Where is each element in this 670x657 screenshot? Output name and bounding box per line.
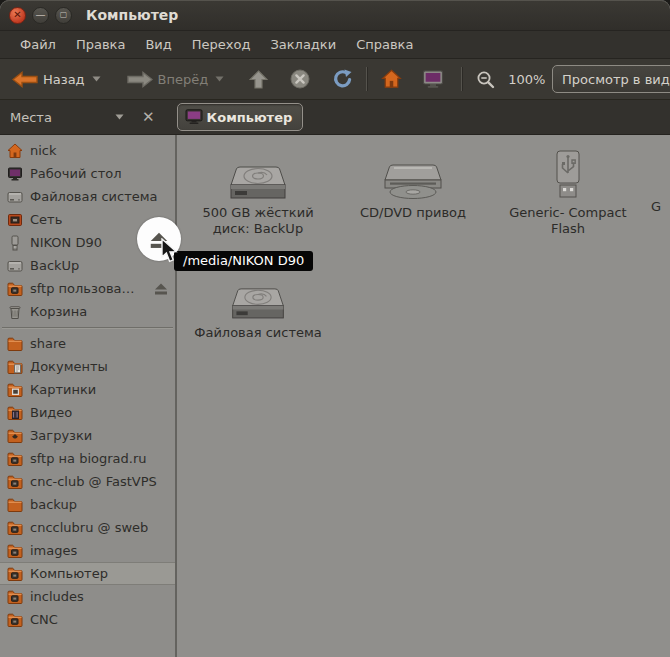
desktop-icon — [7, 166, 23, 182]
up-arrow-icon — [249, 70, 268, 89]
device-label: 500 GB жёсткий диск: BackUp — [193, 205, 323, 237]
home-icon — [7, 143, 23, 159]
mount-path-tooltip: /media/NIKON D90 — [174, 251, 313, 271]
maximize-button[interactable]: ▢ — [55, 7, 72, 24]
back-button[interactable]: Назад — [6, 67, 107, 92]
close-sidebar-button[interactable]: ✕ — [142, 108, 155, 126]
sidebar-item-backup-folder[interactable]: backup — [0, 493, 175, 516]
device-item-cdrom[interactable]: CD/DVD привод — [337, 143, 489, 221]
menu-help[interactable]: Справка — [346, 33, 423, 56]
menubar: Файл Правка Вид Переход Закладки Справка — [0, 31, 670, 59]
sidebar-item-cnc[interactable]: CNC — [0, 608, 175, 631]
forward-history-caret-icon — [215, 76, 224, 82]
places-caret-icon[interactable] — [115, 114, 124, 120]
sidebar-item-computer[interactable]: Компьютер — [0, 562, 175, 585]
sidebar-item-nick[interactable]: nick — [0, 139, 175, 162]
view-mode-label: Просмотр в виде — [562, 72, 670, 87]
eject-button[interactable] — [152, 280, 170, 296]
forward-arrow-icon — [127, 71, 153, 88]
device-item-clipped[interactable]: G — [651, 199, 661, 214]
sidebar-item-video[interactable]: Видео — [0, 401, 175, 424]
network-icon — [7, 212, 23, 228]
remote-folder-icon — [7, 612, 23, 628]
video-folder-icon — [7, 405, 23, 421]
usb-flash-icon — [547, 143, 589, 199]
documents-folder-icon — [7, 359, 23, 375]
trash-icon — [7, 304, 23, 320]
view-mode-dropdown[interactable]: Просмотр в виде — [552, 65, 670, 93]
device-item-backup-disk[interactable]: 500 GB жёсткий диск: BackUp — [182, 143, 334, 237]
path-button-label: Компьютер — [207, 110, 293, 125]
sidebar-item-documents[interactable]: Документы — [0, 355, 175, 378]
back-label: Назад — [43, 72, 85, 87]
file-manager-window: ✕ — ▢ Компьютер Файл Правка Вид Переход … — [0, 0, 670, 657]
menu-edit[interactable]: Правка — [66, 33, 135, 56]
sidebar-item-label: share — [30, 336, 66, 351]
sidebar-item-images[interactable]: images — [0, 539, 175, 562]
reload-button[interactable] — [326, 65, 360, 93]
sidebar-item-includes[interactable]: includes — [0, 585, 175, 608]
sidebar-item-label: backup — [30, 497, 77, 512]
sidebar-item-label: images — [30, 543, 77, 558]
folder-icon — [7, 497, 23, 513]
computer-button[interactable] — [415, 66, 451, 93]
minimize-button[interactable]: — — [32, 7, 49, 24]
sidebar-item-downloads[interactable]: Загрузки — [0, 424, 175, 447]
sidebar-item-label: Картинки — [30, 382, 96, 397]
stop-button[interactable] — [283, 65, 317, 93]
path-button-computer[interactable]: Компьютер — [177, 103, 304, 131]
sidebar-item-label: Рабочий стол — [30, 166, 121, 181]
sidebar-item-sftp-biograd[interactable]: sftp на biograd.ru — [0, 447, 175, 470]
sidebar-item-label: nick — [30, 143, 57, 158]
sidebar-item-cncclubru-sweb[interactable]: cncclubru @ sweb — [0, 516, 175, 539]
device-label: Файловая система — [194, 325, 322, 341]
sidebar-item-trash[interactable]: Корзина — [0, 300, 175, 323]
menu-view[interactable]: Вид — [135, 33, 181, 56]
sidebar-item-label: cncclubru @ sweb — [30, 520, 148, 535]
zoom-out-icon — [476, 70, 495, 89]
sidebar-item-label: Файловая система — [30, 189, 158, 204]
zoom-out-button[interactable] — [469, 66, 502, 93]
close-button[interactable]: ✕ — [9, 7, 26, 24]
computer-icon — [422, 70, 444, 89]
places-selector[interactable]: Места — [10, 110, 115, 125]
remote-folder-icon — [7, 451, 23, 467]
device-label: CD/DVD привод — [360, 205, 466, 221]
sidebar-item-share[interactable]: share — [0, 332, 175, 355]
sidebar-item-label: Компьютер — [30, 566, 108, 581]
usb-drive-icon — [7, 235, 23, 251]
harddisk-icon — [7, 258, 23, 274]
remote-folder-icon — [7, 281, 23, 297]
reload-icon — [333, 69, 353, 89]
sidebar-item-label: Корзина — [30, 304, 87, 319]
sidebar-item-desktop[interactable]: Рабочий стол — [0, 162, 175, 185]
sidebar-item-pictures[interactable]: Картинки — [0, 378, 175, 401]
sidebar-item-label: NIKON D90 — [30, 235, 102, 250]
home-button[interactable] — [374, 65, 409, 93]
remote-folder-icon — [7, 474, 23, 490]
sidebar-item-label: Документы — [30, 359, 108, 374]
menu-go[interactable]: Переход — [182, 33, 261, 56]
content-area: nick Рабочий стол Файловая система Сеть … — [0, 135, 670, 657]
sidebar-item-label: Сеть — [30, 212, 62, 227]
location-bar: Места ✕ Компьютер — [0, 100, 670, 135]
menu-file[interactable]: Файл — [10, 33, 66, 56]
icon-view[interactable]: 500 GB жёсткий диск: BackUp CD/DVD приво… — [176, 135, 670, 657]
remote-folder-icon — [7, 589, 23, 605]
sidebar-item-filesystem[interactable]: Файловая система — [0, 185, 175, 208]
menu-bookmarks[interactable]: Закладки — [260, 33, 346, 56]
sidebar-item-cnc-club-fastvps[interactable]: cnc-club @ FastVPS — [0, 470, 175, 493]
sidebar-separator — [2, 327, 173, 328]
device-item-filesystem[interactable]: Файловая система — [182, 263, 334, 341]
sidebar-item-label: sftp на biograd.ru — [30, 451, 147, 466]
back-history-caret-icon[interactable] — [92, 76, 101, 82]
sidebar-item-label: includes — [30, 589, 84, 604]
home-icon — [381, 69, 402, 89]
remote-folder-icon — [7, 543, 23, 559]
forward-button[interactable]: Вперёд — [121, 67, 231, 92]
harddisk-icon — [228, 263, 288, 319]
window-title: Компьютер — [86, 7, 178, 23]
up-button[interactable] — [242, 66, 275, 93]
device-item-compact-flash[interactable]: Generic- Compact Flash — [492, 143, 644, 237]
sidebar-item-sftp-user[interactable]: sftp пользова… — [0, 277, 175, 300]
